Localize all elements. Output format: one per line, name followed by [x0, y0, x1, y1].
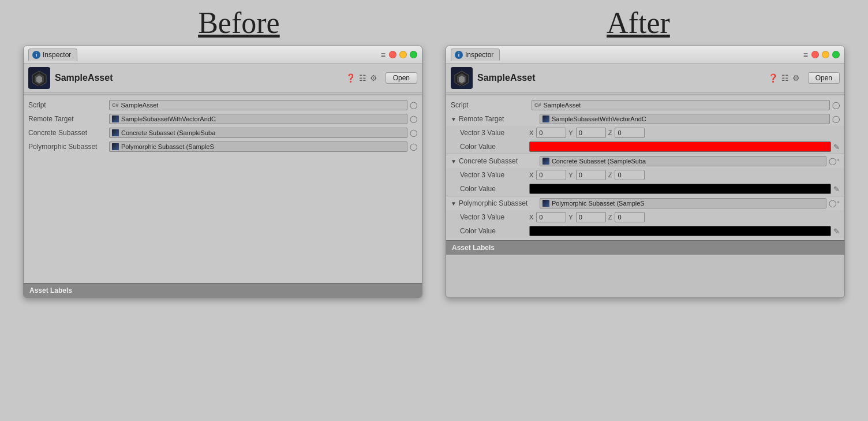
after-script-value: SampleAsset [544, 102, 581, 109]
after-remote-color-swatch[interactable] [529, 141, 831, 152]
before-tab-label: Inspector [43, 51, 71, 59]
after-header-icons: ❓ ☷ ⚙ [768, 73, 800, 83]
after-layout-icon[interactable]: ☷ [781, 73, 789, 83]
after-poly-pencil-icon[interactable]: ✎ [833, 227, 840, 236]
before-label: Before [198, 6, 279, 40]
before-menu-icon[interactable]: ≡ [381, 50, 386, 59]
after-min-btn[interactable] [822, 51, 829, 58]
after-polymorphic-triangle[interactable]: ▼ [451, 200, 457, 207]
after-concrete-value: Concrete Subasset (SampleSuba [552, 158, 646, 165]
after-remote-vector3-row: Vector 3 Value X 0 Y 0 Z 0 [455, 126, 844, 140]
after-remote-z-field[interactable]: 0 [615, 128, 645, 138]
before-asset-icon [28, 67, 50, 89]
before-concrete-gear[interactable]: ◯ [410, 129, 417, 137]
before-script-gear[interactable]: ◯ [410, 101, 417, 109]
after-remote-color-label: Color Value [460, 143, 529, 151]
after-help-icon[interactable]: ❓ [768, 73, 778, 83]
after-remote-pencil-icon[interactable]: ✎ [833, 143, 840, 151]
before-header-divider [24, 94, 422, 95]
after-concrete-pencil-icon[interactable]: ✎ [833, 185, 840, 193]
before-properties: Script C# SampleAsset ◯ Remote Target Sa… [24, 96, 422, 156]
after-poly-x-field[interactable]: 0 [536, 212, 566, 222]
after-asset-labels: Asset Labels [446, 240, 844, 255]
after-asset-header: SampleAsset ❓ ☷ ⚙ Open [446, 64, 844, 93]
before-min-btn[interactable] [399, 51, 407, 58]
after-polymorphic-gear[interactable]: ◯⁺ [829, 199, 840, 207]
after-remote-vector3-label: Vector 3 Value [460, 129, 529, 137]
after-concrete-z-field[interactable]: 0 [615, 170, 645, 180]
after-poly-y-field[interactable]: 0 [576, 212, 606, 222]
before-concrete-field[interactable]: Concrete Subasset (SampleSuba [109, 128, 407, 138]
after-label: After [607, 6, 670, 40]
after-polymorphic-field[interactable]: Polymorphic Subasset (SampleS [540, 198, 826, 208]
after-poly-z-field[interactable]: 0 [615, 212, 645, 222]
after-concrete-label: Concrete Subasset [459, 157, 540, 165]
after-remote-target-label: Remote Target [459, 115, 540, 123]
after-concrete-gear[interactable]: ◯⁺ [829, 157, 840, 165]
after-max-btn[interactable] [832, 51, 840, 58]
before-script-field[interactable]: C# SampleAsset [109, 100, 407, 110]
before-open-button[interactable]: Open [386, 72, 417, 84]
before-remote-target-field[interactable]: SampleSubassetWithVectorAndC [109, 114, 407, 124]
after-script-row: Script C# SampleAsset ◯ [446, 98, 844, 112]
after-remote-sub-props: Vector 3 Value X 0 Y 0 Z 0 Color Value [446, 126, 844, 154]
after-remote-triangle[interactable]: ▼ [451, 116, 457, 122]
before-concrete-label: Concrete Subasset [28, 129, 109, 137]
after-close-btn[interactable] [811, 51, 819, 58]
before-gear-icon[interactable]: ⚙ [370, 73, 377, 83]
before-title-bar: i Inspector ≡ [24, 46, 422, 64]
after-open-button[interactable]: Open [808, 72, 840, 84]
before-close-btn[interactable] [389, 51, 396, 58]
after-polymorphic-label: Polymorphic Subasset [459, 199, 540, 207]
after-script-gear[interactable]: ◯ [832, 101, 840, 109]
before-concrete-icon [112, 129, 119, 136]
after-polymorphic-value: Polymorphic Subasset (SampleS [552, 200, 645, 207]
after-window-controls [811, 51, 840, 58]
after-tab-area: i Inspector [451, 49, 500, 61]
before-asset-labels: Asset Labels [24, 283, 422, 297]
after-polymorphic-icon [542, 200, 549, 207]
before-polymorphic-field[interactable]: Polymorphic Subasset (SampleS [109, 141, 407, 152]
after-remote-target-expandable: ▼ Remote Target SampleSubassetWithVector… [446, 112, 844, 154]
after-gear-icon[interactable]: ⚙ [792, 73, 800, 83]
before-inspector-tab[interactable]: i Inspector [28, 49, 77, 61]
before-help-icon[interactable]: ❓ [346, 73, 356, 83]
before-asset-header: SampleAsset ❓ ☷ ⚙ Open [24, 64, 422, 93]
after-remote-color-row: Color Value ✎ [455, 140, 844, 154]
after-properties: Script C# SampleAsset ◯ ▼ Remote Target [446, 96, 844, 240]
before-window-controls [389, 51, 417, 58]
after-inspector-tab[interactable]: i Inspector [451, 49, 500, 61]
after-poly-vector3-label: Vector 3 Value [460, 213, 529, 221]
after-concrete-triangle[interactable]: ▼ [451, 158, 457, 165]
after-asset-name: SampleAsset [477, 73, 764, 83]
after-concrete-icon [542, 158, 549, 165]
after-poly-vector3-row: Vector 3 Value X 0 Y 0 Z 0 [455, 210, 844, 224]
after-remote-z-label: Z [608, 129, 612, 136]
after-asset-icon [451, 67, 473, 89]
before-polymorphic-gear[interactable]: ◯ [410, 143, 417, 151]
after-remote-target-field[interactable]: SampleSubassetWithVectorAndC [540, 114, 830, 124]
after-script-field[interactable]: C# SampleAsset [532, 100, 830, 110]
after-remote-gear[interactable]: ◯ [832, 115, 840, 123]
after-concrete-x-field[interactable]: 0 [536, 170, 566, 180]
after-menu-icon[interactable]: ≡ [803, 50, 808, 59]
after-poly-color-swatch[interactable] [529, 226, 831, 236]
before-remote-gear[interactable]: ◯ [410, 115, 417, 123]
after-remote-y-field[interactable]: 0 [576, 128, 606, 138]
before-max-btn[interactable] [410, 51, 417, 58]
before-layout-icon[interactable]: ☷ [359, 73, 366, 83]
after-remote-x-field[interactable]: 0 [536, 128, 566, 138]
after-inspector-window: i Inspector ≡ [446, 46, 845, 298]
after-polymorphic-expandable: ▼ Polymorphic Subasset Polymorphic Subas… [446, 196, 844, 238]
before-polymorphic-row: Polymorphic Subasset Polymorphic Subasse… [24, 140, 422, 154]
after-polymorphic-header: ▼ Polymorphic Subasset Polymorphic Subas… [446, 196, 844, 210]
before-tab-area: i Inspector [28, 49, 77, 61]
before-tab-icon: i [32, 51, 40, 59]
before-concrete-value: Concrete Subasset (SampleSuba [121, 129, 215, 136]
after-poly-color-label: Color Value [460, 227, 529, 235]
before-script-row: Script C# SampleAsset ◯ [24, 98, 422, 112]
after-concrete-color-swatch[interactable] [529, 184, 831, 194]
after-remote-x-label: X [529, 129, 533, 136]
after-concrete-field[interactable]: Concrete Subasset (SampleSuba [540, 156, 826, 166]
after-concrete-y-field[interactable]: 0 [576, 170, 606, 180]
